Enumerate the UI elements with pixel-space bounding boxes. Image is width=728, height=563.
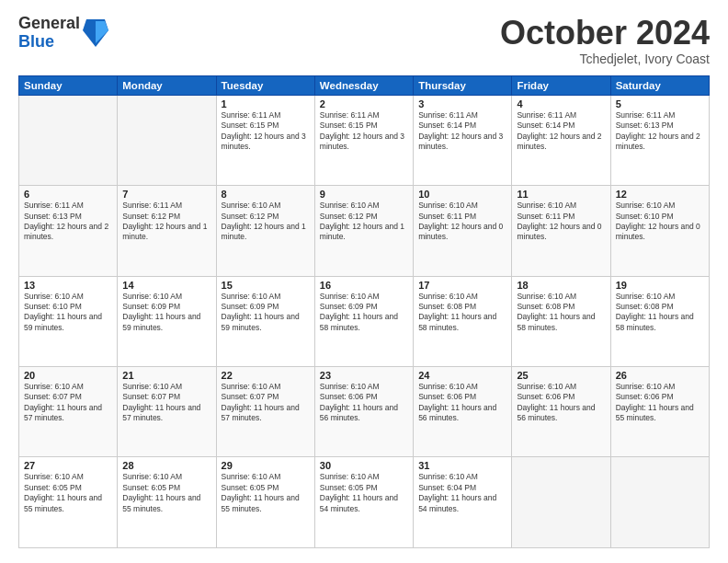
table-row: 19Sunrise: 6:10 AM Sunset: 6:08 PM Dayli… <box>610 276 709 366</box>
day-info: Sunrise: 6:10 AM Sunset: 6:12 PM Dayligh… <box>222 201 310 243</box>
table-row: 23Sunrise: 6:10 AM Sunset: 6:06 PM Dayli… <box>314 367 413 457</box>
col-friday: Friday <box>512 75 610 95</box>
day-number: 16 <box>320 280 408 291</box>
page: General Blue October 2024 Tchedjelet, Iv… <box>0 0 728 563</box>
day-info: Sunrise: 6:10 AM Sunset: 6:07 PM Dayligh… <box>122 382 210 424</box>
day-number: 25 <box>517 370 605 381</box>
header: General Blue October 2024 Tchedjelet, Iv… <box>18 15 710 66</box>
day-info: Sunrise: 6:10 AM Sunset: 6:08 PM Dayligh… <box>418 292 506 334</box>
table-row: 8Sunrise: 6:10 AM Sunset: 6:12 PM Daylig… <box>216 186 314 276</box>
header-row: Sunday Monday Tuesday Wednesday Thursday… <box>19 75 710 95</box>
day-info: Sunrise: 6:10 AM Sunset: 6:09 PM Dayligh… <box>122 292 210 334</box>
day-number: 17 <box>418 280 506 291</box>
day-number: 6 <box>24 189 112 200</box>
logo-general: General <box>18 15 80 33</box>
svg-marker-1 <box>96 21 108 43</box>
logo: General Blue <box>18 15 108 52</box>
table-row: 25Sunrise: 6:10 AM Sunset: 6:06 PM Dayli… <box>512 367 610 457</box>
calendar-week-3: 20Sunrise: 6:10 AM Sunset: 6:07 PM Dayli… <box>19 367 710 457</box>
table-row: 30Sunrise: 6:10 AM Sunset: 6:05 PM Dayli… <box>314 457 413 548</box>
table-row: 12Sunrise: 6:10 AM Sunset: 6:10 PM Dayli… <box>610 186 709 276</box>
day-number: 22 <box>222 370 310 381</box>
col-wednesday: Wednesday <box>314 75 413 95</box>
table-row: 24Sunrise: 6:10 AM Sunset: 6:06 PM Dayli… <box>414 367 512 457</box>
day-info: Sunrise: 6:10 AM Sunset: 6:10 PM Dayligh… <box>616 201 704 243</box>
table-row: 11Sunrise: 6:10 AM Sunset: 6:11 PM Dayli… <box>512 186 610 276</box>
col-tuesday: Tuesday <box>216 75 314 95</box>
calendar-week-2: 13Sunrise: 6:10 AM Sunset: 6:10 PM Dayli… <box>19 276 710 366</box>
col-thursday: Thursday <box>414 75 512 95</box>
day-info: Sunrise: 6:10 AM Sunset: 6:12 PM Dayligh… <box>320 201 408 243</box>
day-info: Sunrise: 6:11 AM Sunset: 6:15 PM Dayligh… <box>320 110 408 153</box>
col-sunday: Sunday <box>19 75 118 95</box>
table-row: 27Sunrise: 6:10 AM Sunset: 6:05 PM Dayli… <box>19 457 118 548</box>
calendar-week-4: 27Sunrise: 6:10 AM Sunset: 6:05 PM Dayli… <box>19 457 710 548</box>
calendar-week-1: 6Sunrise: 6:11 AM Sunset: 6:13 PM Daylig… <box>19 186 710 276</box>
day-info: Sunrise: 6:10 AM Sunset: 6:05 PM Dayligh… <box>222 472 310 514</box>
table-row: 31Sunrise: 6:10 AM Sunset: 6:04 PM Dayli… <box>414 457 512 548</box>
table-row <box>118 95 216 185</box>
table-row: 1Sunrise: 6:11 AM Sunset: 6:15 PM Daylig… <box>216 95 314 185</box>
day-number: 18 <box>517 280 605 291</box>
table-row: 17Sunrise: 6:10 AM Sunset: 6:08 PM Dayli… <box>414 276 512 366</box>
day-info: Sunrise: 6:10 AM Sunset: 6:08 PM Dayligh… <box>517 292 605 334</box>
day-number: 10 <box>418 189 506 200</box>
day-number: 11 <box>517 189 605 200</box>
day-number: 3 <box>418 98 506 109</box>
day-number: 26 <box>616 370 704 381</box>
table-row: 6Sunrise: 6:11 AM Sunset: 6:13 PM Daylig… <box>19 186 118 276</box>
day-number: 4 <box>517 98 605 109</box>
day-number: 27 <box>24 460 112 471</box>
table-row: 21Sunrise: 6:10 AM Sunset: 6:07 PM Dayli… <box>118 367 216 457</box>
day-info: Sunrise: 6:10 AM Sunset: 6:08 PM Dayligh… <box>616 292 704 334</box>
calendar-week-0: 1Sunrise: 6:11 AM Sunset: 6:15 PM Daylig… <box>19 95 710 185</box>
day-info: Sunrise: 6:10 AM Sunset: 6:11 PM Dayligh… <box>517 201 605 243</box>
table-row: 9Sunrise: 6:10 AM Sunset: 6:12 PM Daylig… <box>314 186 413 276</box>
day-info: Sunrise: 6:10 AM Sunset: 6:05 PM Dayligh… <box>122 472 210 514</box>
logo-blue: Blue <box>18 33 80 52</box>
table-row: 22Sunrise: 6:10 AM Sunset: 6:07 PM Dayli… <box>216 367 314 457</box>
table-row: 13Sunrise: 6:10 AM Sunset: 6:10 PM Dayli… <box>19 276 118 366</box>
day-info: Sunrise: 6:10 AM Sunset: 6:04 PM Dayligh… <box>418 472 506 514</box>
table-row: 18Sunrise: 6:10 AM Sunset: 6:08 PM Dayli… <box>512 276 610 366</box>
day-number: 15 <box>222 280 310 291</box>
day-number: 20 <box>24 370 112 381</box>
day-info: Sunrise: 6:10 AM Sunset: 6:09 PM Dayligh… <box>320 292 408 334</box>
day-number: 29 <box>222 460 310 471</box>
day-info: Sunrise: 6:10 AM Sunset: 6:06 PM Dayligh… <box>320 382 408 424</box>
table-row: 28Sunrise: 6:10 AM Sunset: 6:05 PM Dayli… <box>118 457 216 548</box>
day-number: 19 <box>616 280 704 291</box>
day-number: 2 <box>320 98 408 109</box>
day-info: Sunrise: 6:10 AM Sunset: 6:06 PM Dayligh… <box>616 382 704 424</box>
table-row: 7Sunrise: 6:11 AM Sunset: 6:12 PM Daylig… <box>118 186 216 276</box>
table-row <box>19 95 118 185</box>
day-info: Sunrise: 6:10 AM Sunset: 6:06 PM Dayligh… <box>517 382 605 424</box>
logo-icon <box>83 17 108 49</box>
table-row: 10Sunrise: 6:10 AM Sunset: 6:11 PM Dayli… <box>414 186 512 276</box>
subtitle: Tchedjelet, Ivory Coast <box>500 52 710 66</box>
day-number: 23 <box>320 370 408 381</box>
calendar-header: Sunday Monday Tuesday Wednesday Thursday… <box>19 75 710 95</box>
day-info: Sunrise: 6:10 AM Sunset: 6:05 PM Dayligh… <box>24 472 112 514</box>
day-number: 24 <box>418 370 506 381</box>
day-number: 31 <box>418 460 506 471</box>
day-number: 13 <box>24 280 112 291</box>
table-row: 26Sunrise: 6:10 AM Sunset: 6:06 PM Dayli… <box>610 367 709 457</box>
day-info: Sunrise: 6:10 AM Sunset: 6:05 PM Dayligh… <box>320 472 408 514</box>
day-info: Sunrise: 6:10 AM Sunset: 6:09 PM Dayligh… <box>222 292 310 334</box>
table-row: 5Sunrise: 6:11 AM Sunset: 6:13 PM Daylig… <box>610 95 709 185</box>
table-row <box>512 457 610 548</box>
table-row: 20Sunrise: 6:10 AM Sunset: 6:07 PM Dayli… <box>19 367 118 457</box>
table-row: 15Sunrise: 6:10 AM Sunset: 6:09 PM Dayli… <box>216 276 314 366</box>
logo-text: General Blue <box>18 15 80 52</box>
day-info: Sunrise: 6:10 AM Sunset: 6:06 PM Dayligh… <box>418 382 506 424</box>
table-row: 29Sunrise: 6:10 AM Sunset: 6:05 PM Dayli… <box>216 457 314 548</box>
col-saturday: Saturday <box>610 75 709 95</box>
day-info: Sunrise: 6:10 AM Sunset: 6:07 PM Dayligh… <box>24 382 112 424</box>
day-number: 21 <box>122 370 210 381</box>
calendar-body: 1Sunrise: 6:11 AM Sunset: 6:15 PM Daylig… <box>19 95 710 547</box>
table-row: 16Sunrise: 6:10 AM Sunset: 6:09 PM Dayli… <box>314 276 413 366</box>
day-number: 9 <box>320 189 408 200</box>
table-row: 4Sunrise: 6:11 AM Sunset: 6:14 PM Daylig… <box>512 95 610 185</box>
col-monday: Monday <box>118 75 216 95</box>
